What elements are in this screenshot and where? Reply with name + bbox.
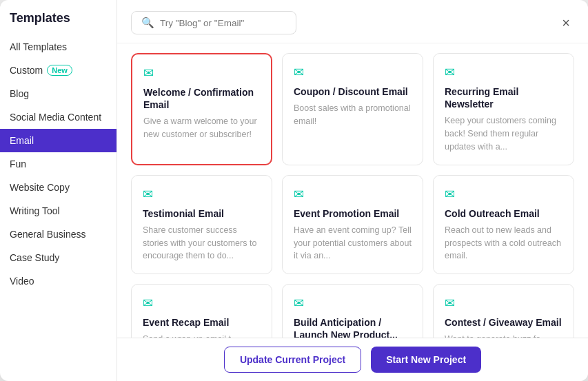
sidebar-item-label: General Business bbox=[10, 229, 86, 240]
sidebar-item-label: Fun bbox=[10, 158, 26, 169]
card-title: Contest / Giveaway Email bbox=[445, 316, 562, 329]
sidebar-item-email[interactable]: Email bbox=[0, 129, 116, 152]
email-icon: ✉ bbox=[143, 65, 260, 81]
cards-area: ✉Welcome / Confirmation EmailGive a warm… bbox=[117, 43, 588, 338]
card-contest-giveaway[interactable]: ✉Contest / Giveaway EmailWant to generat… bbox=[433, 284, 574, 338]
email-icon: ✉ bbox=[294, 296, 412, 311]
card-testimonial[interactable]: ✉Testimonial EmailShare customer success… bbox=[131, 175, 272, 274]
search-bar[interactable]: 🔍 bbox=[131, 11, 296, 34]
card-title: Event Promotion Email bbox=[294, 207, 412, 220]
sidebar-item-blog[interactable]: Blog bbox=[0, 82, 116, 105]
card-title: Build Anticipation / Launch New Product.… bbox=[294, 316, 412, 338]
card-coupon-discount[interactable]: ✉Coupon / Discount EmailBoost sales with… bbox=[282, 53, 423, 165]
card-desc: Give a warm welcome to your new customer… bbox=[143, 115, 260, 141]
badge-new: New bbox=[47, 65, 72, 76]
card-desc: Want to generate buzz fo... bbox=[445, 333, 562, 338]
card-desc: Have an event coming up? Tell your poten… bbox=[294, 224, 412, 262]
card-title: Recurring Email Newsletter bbox=[445, 85, 562, 110]
email-icon: ✉ bbox=[445, 65, 562, 80]
sidebar-item-label: Writing Tool bbox=[10, 205, 60, 216]
sidebar-item-case-study[interactable]: Case Study bbox=[0, 246, 116, 269]
card-cold-outreach[interactable]: ✉Cold Outreach EmailReach out to new lea… bbox=[433, 175, 574, 274]
sidebar-item-writing-tool[interactable]: Writing Tool bbox=[0, 199, 116, 223]
sidebar-item-general-business[interactable]: General Business bbox=[0, 223, 116, 246]
sidebar-item-label: All Templates bbox=[10, 41, 67, 52]
sidebar-item-website-copy[interactable]: Website Copy bbox=[0, 176, 116, 199]
main-content: 🔍 × ✉Welcome / Confirmation EmailGive a … bbox=[117, 0, 588, 381]
card-title: Event Recap Email bbox=[143, 316, 261, 329]
card-desc: Keep your customers coming back! Send th… bbox=[445, 114, 562, 153]
start-new-project-button[interactable]: Start New Project bbox=[371, 347, 481, 373]
email-icon: ✉ bbox=[294, 65, 412, 80]
sidebar-item-all-templates[interactable]: All Templates bbox=[0, 35, 116, 59]
card-event-promotion[interactable]: ✉Event Promotion EmailHave an event comi… bbox=[282, 175, 423, 274]
email-icon: ✉ bbox=[143, 187, 261, 202]
card-title: Coupon / Discount Email bbox=[294, 85, 412, 98]
sidebar-item-label: Email bbox=[10, 135, 34, 146]
email-icon: ✉ bbox=[143, 296, 261, 311]
sidebar-item-video[interactable]: Video bbox=[0, 269, 116, 293]
email-icon: ✉ bbox=[445, 296, 562, 311]
card-recurring-newsletter[interactable]: ✉Recurring Email NewsletterKeep your cus… bbox=[433, 53, 574, 165]
update-project-button[interactable]: Update Current Project bbox=[224, 347, 361, 373]
card-event-recap[interactable]: ✉Event Recap EmailSend a wrap up email t… bbox=[131, 284, 272, 338]
sidebar-item-label: Social Media Content bbox=[10, 112, 101, 123]
sidebar: Templates All TemplatesCustomNewBlogSoci… bbox=[0, 0, 117, 381]
sidebar-item-label: Custom bbox=[10, 65, 43, 76]
sidebar-item-label: Blog bbox=[10, 88, 29, 99]
card-desc: Boost sales with a promotional email! bbox=[294, 102, 412, 128]
card-desc: Share customer success stories with your… bbox=[143, 224, 261, 262]
search-icon: 🔍 bbox=[141, 17, 154, 29]
sidebar-title: Templates bbox=[0, 11, 116, 35]
close-button[interactable]: × bbox=[558, 14, 574, 32]
modal: Templates All TemplatesCustomNewBlogSoci… bbox=[0, 0, 588, 381]
email-icon: ✉ bbox=[445, 187, 562, 202]
main-header: 🔍 × bbox=[117, 0, 588, 43]
footer: Update Current Project Start New Project bbox=[117, 338, 588, 381]
sidebar-item-label: Case Study bbox=[10, 252, 59, 263]
email-icon: ✉ bbox=[294, 187, 412, 202]
sidebar-item-social-media[interactable]: Social Media Content bbox=[0, 105, 116, 129]
card-build-anticipation[interactable]: ✉Build Anticipation / Launch New Product… bbox=[282, 284, 423, 338]
card-title: Welcome / Confirmation Email bbox=[143, 86, 260, 111]
search-input[interactable] bbox=[160, 18, 286, 28]
sidebar-items: All TemplatesCustomNewBlogSocial Media C… bbox=[0, 35, 116, 293]
sidebar-item-custom[interactable]: CustomNew bbox=[0, 59, 116, 82]
sidebar-item-fun[interactable]: Fun bbox=[0, 152, 116, 176]
card-welcome-confirmation[interactable]: ✉Welcome / Confirmation EmailGive a warm… bbox=[131, 53, 272, 165]
card-desc: Reach out to new leads and prospects wit… bbox=[445, 224, 562, 262]
card-desc: Send a wrap up email t... bbox=[143, 333, 261, 338]
card-title: Cold Outreach Email bbox=[445, 207, 562, 220]
card-title: Testimonial Email bbox=[143, 207, 261, 220]
sidebar-item-label: Website Copy bbox=[10, 182, 70, 193]
sidebar-item-label: Video bbox=[10, 276, 34, 287]
